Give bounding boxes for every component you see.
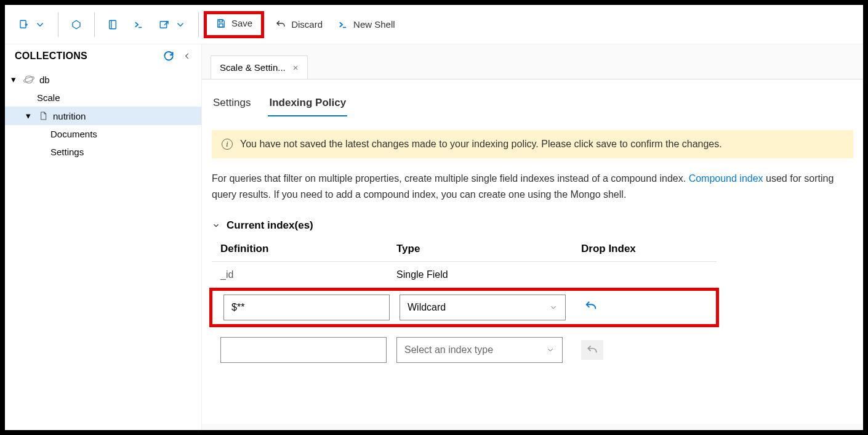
tree-settings-label: Settings [50,147,84,157]
collection-icon [38,111,48,121]
new-shell-label: New Shell [353,19,395,30]
type-select-value: Wildcard [408,302,446,313]
new-item-dropdown[interactable] [11,14,53,35]
open-icon [159,19,170,30]
svg-point-13 [23,76,34,83]
open-dropdown[interactable] [151,14,193,35]
definition-input[interactable] [223,295,390,320]
toolbar: Save Discard New Shell [5,5,863,44]
tree-settings-row[interactable]: Settings [5,143,201,161]
header-definition: Definition [212,243,396,255]
new-item-icon [18,19,30,30]
refresh-icon[interactable] [163,51,174,62]
prompt-icon [337,19,348,30]
sidebar: COLLECTIONS ▾ db Scale ▾ nutr [5,44,202,430]
section-title: Current index(es) [227,219,313,232]
save-highlight-box: Save [204,11,264,38]
tree-db-row[interactable]: ▾ db [5,70,201,89]
svg-rect-4 [110,20,116,29]
save-button[interactable]: Save [215,18,252,29]
tree-scale-row[interactable]: Scale [5,89,201,107]
tree-collection-row[interactable]: ▾ nutrition [5,107,201,125]
separator [94,12,95,37]
hexagon-icon [71,19,82,30]
prompt-icon [133,19,144,30]
svg-line-8 [164,21,168,25]
tree-documents-row[interactable]: Documents [5,125,201,143]
hexagon-button[interactable] [63,14,89,35]
tree-documents-label: Documents [50,129,97,139]
cell-definition: _id [212,269,396,280]
svg-rect-9 [219,20,222,22]
table-row: Select an index type [212,327,717,370]
tree-db-label: db [39,75,50,85]
svg-rect-7 [160,21,167,28]
table-header: Definition Type Drop Index [212,243,717,262]
chevron-down-icon [175,19,186,30]
banner-text: You have not saved the latest changes ma… [240,139,722,150]
notebook-button[interactable] [100,14,126,35]
tree-collection-label: nutrition [53,111,86,121]
header-drop: Drop Index [581,243,717,255]
tab-close-button[interactable]: × [293,62,299,73]
new-shell-button[interactable]: New Shell [330,14,403,35]
notebook-icon [107,19,118,30]
save-label: Save [231,18,252,28]
type-select-placeholder: Select an index type [404,344,493,356]
database-icon [23,74,34,85]
chevron-down-icon [212,221,220,230]
index-table: Definition Type Drop Index _id Single Fi… [212,243,717,370]
discard-button[interactable]: Discard [268,14,330,35]
main-panel: Scale & Settin... × Settings Indexing Po… [202,44,863,430]
info-icon: i [222,139,233,150]
header-type: Type [396,243,581,255]
subtab-indexing-policy[interactable]: Indexing Policy [268,93,347,116]
tree: ▾ db Scale ▾ nutrition Documents Setting… [5,68,201,163]
sidebar-title: COLLECTIONS [15,51,87,62]
svg-marker-3 [73,20,80,29]
drop-index-button[interactable] [584,302,598,315]
definition-input[interactable] [220,337,387,363]
chevron-down-icon [34,19,46,30]
save-icon [215,18,227,29]
table-row-highlighted: Wildcard [209,288,719,327]
tab-scale-settings[interactable]: Scale & Settin... × [211,55,308,79]
drop-index-button-disabled [581,340,603,360]
unsaved-changes-banner: i You have not saved the latest changes … [212,130,853,158]
undo-icon [584,299,598,313]
svg-rect-10 [219,23,223,26]
tab-label: Scale & Settin... [220,62,286,73]
tree-scale-label: Scale [37,92,60,103]
shell-button[interactable] [126,14,151,35]
compound-index-link[interactable]: Compound index [689,173,763,184]
subtab-settings[interactable]: Settings [212,93,252,116]
description-paragraph: For queries that filter on multiple prop… [212,171,853,202]
cell-type: Single Field [396,269,581,280]
undo-icon [275,19,286,30]
undo-icon [586,344,598,356]
type-select[interactable]: Wildcard [400,295,566,320]
separator [198,12,199,37]
table-row: _id Single Field [212,262,717,288]
discard-label: Discard [291,19,323,30]
separator [58,12,58,37]
svg-rect-0 [20,20,26,28]
collapse-icon[interactable] [183,51,191,62]
chevron-down-icon [549,303,558,312]
description-prefix: For queries that filter on multiple prop… [212,173,689,184]
type-select[interactable]: Select an index type [396,337,563,363]
current-indexes-header[interactable]: Current index(es) [212,219,853,232]
chevron-down-icon [546,346,555,354]
